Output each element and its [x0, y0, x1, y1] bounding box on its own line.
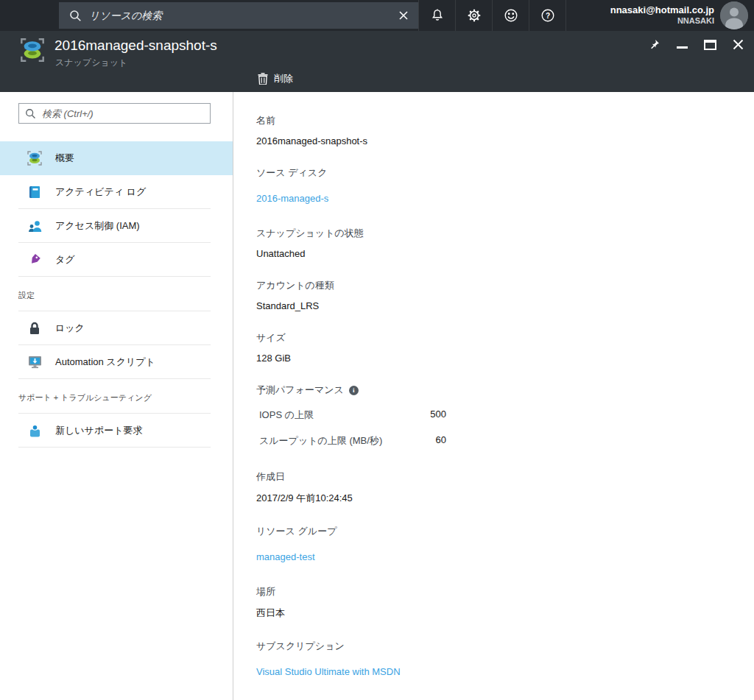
page-subtitle: スナップショット [55, 57, 127, 69]
account-menu[interactable]: nnasaki@hotmail.co.jp NNASAKI [566, 0, 754, 31]
sidebar-section-settings: 設定 [18, 290, 211, 311]
sidebar-item-automation-script[interactable]: Automation スクリプト [18, 345, 211, 379]
sidebar-item-label: アクティビティ ログ [55, 185, 146, 199]
field-subscription: サブスクリプション Visual Studio Ultimate with MS… [256, 640, 754, 677]
field-value: 128 GiB [256, 353, 754, 364]
search-icon [25, 108, 36, 119]
search-icon [69, 10, 82, 22]
topbar-icons: ? [418, 0, 566, 31]
perf-row-iops: IOPS の上限 500 [256, 409, 446, 422]
maximize-icon[interactable] [704, 40, 716, 50]
field-label: ソース ディスク [256, 166, 754, 180]
resource-menu: 概要 アクティビティ ログ [0, 92, 233, 700]
sidebar-section-support: サポート + トラブルシューティング [18, 392, 211, 414]
blade-body: 概要 アクティビティ ログ [0, 92, 754, 700]
info-icon[interactable]: i [349, 386, 359, 395]
perf-row-value: 500 [430, 409, 446, 422]
field-label: 名前 [256, 114, 754, 127]
access-control-icon [26, 219, 43, 233]
performance-label: 予測パフォーマンス [256, 383, 344, 397]
blade-header: 2016managed-snapshot-s スナップショット [0, 31, 754, 92]
field-value: Standard_LRS [256, 300, 754, 311]
field-snapshot-state: スナップショットの状態 Unattached [256, 227, 754, 259]
field-value: Unattached [256, 248, 754, 259]
sidebar-item-new-support-request[interactable]: 新しいサポート要求 [18, 414, 211, 448]
sidebar-item-label: 新しいサポート要求 [55, 424, 143, 437]
field-name: 名前 2016managed-snapshot-s [256, 114, 754, 146]
sidebar-item-locks[interactable]: ロック [18, 311, 211, 345]
sidebar-item-label: ロック [55, 322, 85, 335]
field-label: リソース グループ [256, 525, 754, 538]
notifications-bell-icon[interactable] [418, 0, 455, 31]
tag-icon [26, 252, 43, 266]
field-label: サブスクリプション [256, 640, 754, 653]
avatar[interactable] [720, 1, 748, 29]
account-info: nnasaki@hotmail.co.jp NNASAKI [610, 4, 714, 26]
activity-log-icon [26, 185, 43, 199]
sidebar-item-overview[interactable]: 概要 [0, 141, 233, 175]
field-resource-group: リソース グループ managed-test [256, 525, 754, 562]
global-search [59, 2, 418, 29]
field-size: サイズ 128 GiB [256, 331, 754, 364]
snapshot-icon [26, 150, 43, 166]
estimated-performance: 予測パフォーマンス i IOPS の上限 500 スループットの上限 (MB/秒… [256, 383, 754, 448]
field-location: 場所 西日本 [256, 585, 754, 620]
support-request-icon [26, 424, 43, 437]
search-clear-icon[interactable] [389, 2, 418, 29]
trash-icon [258, 73, 268, 85]
close-icon[interactable] [733, 39, 744, 50]
snapshot-icon [19, 37, 46, 63]
field-label: 作成日 [256, 470, 754, 484]
perf-row-throughput: スループットの上限 (MB/秒) 60 [256, 434, 446, 448]
overview-content: 名前 2016managed-snapshot-s ソース ディスク 2016-… [234, 92, 754, 700]
minimize-icon[interactable] [677, 40, 688, 49]
account-email: nnasaki@hotmail.co.jp [610, 4, 714, 16]
field-value: 2016managed-snapshot-s [256, 135, 754, 146]
perf-row-label: スループットの上限 (MB/秒) [259, 434, 382, 448]
resource-group-link[interactable]: managed-test [256, 551, 754, 562]
field-label: サイズ [256, 331, 754, 344]
sidebar-item-label: Automation スクリプト [55, 356, 155, 369]
delete-button-label: 削除 [274, 72, 293, 85]
lock-icon [26, 322, 43, 335]
delete-button[interactable]: 削除 [258, 72, 293, 85]
field-value: 2017/2/9 午前10:24:45 [256, 492, 754, 505]
top-bar: ? nnasaki@hotmail.co.jp NNASAKI [0, 0, 754, 31]
window-controls [648, 38, 744, 51]
feedback-smiley-icon[interactable] [492, 0, 529, 31]
sidebar-item-tags[interactable]: タグ [18, 243, 211, 277]
page-title: 2016managed-snapshot-s [54, 38, 217, 54]
azure-portal: ? nnasaki@hotmail.co.jp NNASAKI [0, 0, 754, 700]
svg-text:?: ? [545, 12, 549, 20]
perf-row-label: IOPS の上限 [259, 409, 314, 422]
pin-icon[interactable] [648, 38, 660, 51]
command-bar: 削除 [258, 72, 293, 85]
sidebar-item-label: タグ [55, 253, 75, 266]
field-label: アカウントの種類 [256, 279, 754, 292]
field-created: 作成日 2017/2/9 午前10:24:45 [256, 470, 754, 505]
settings-gear-icon[interactable] [455, 0, 492, 31]
menu-list: 概要 アクティビティ ログ [18, 141, 211, 448]
global-search-input[interactable] [89, 10, 389, 21]
field-source-disk: ソース ディスク 2016-managed-s [256, 166, 754, 204]
field-label: スナップショットの状態 [256, 227, 754, 240]
menu-search-input[interactable] [42, 108, 204, 119]
sidebar-item-access-control[interactable]: アクセス制御 (IAM) [18, 209, 211, 243]
sidebar-item-activity-log[interactable]: アクティビティ ログ [18, 175, 211, 209]
automation-script-icon [26, 356, 43, 369]
menu-search [18, 103, 211, 124]
field-label: 場所 [256, 585, 754, 598]
field-value: 西日本 [256, 607, 754, 620]
sidebar-item-label: アクセス制御 (IAM) [55, 219, 140, 233]
account-name: NNASAKI [610, 16, 714, 26]
source-disk-link[interactable]: 2016-managed-s [256, 193, 754, 204]
perf-row-value: 60 [436, 434, 446, 448]
sidebar-item-label: 概要 [55, 152, 74, 165]
topbar-spacer [0, 0, 59, 31]
help-icon[interactable]: ? [529, 0, 566, 31]
field-account-type: アカウントの種類 Standard_LRS [256, 279, 754, 311]
subscription-link[interactable]: Visual Studio Ultimate with MSDN [256, 666, 754, 677]
